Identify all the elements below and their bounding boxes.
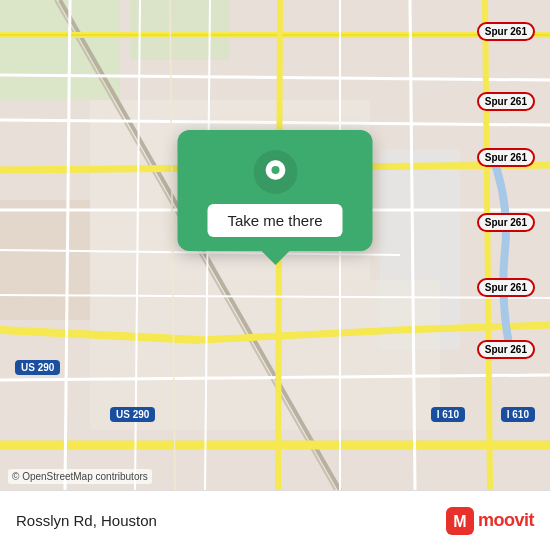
road-badge-spur261-3: Spur 261	[477, 148, 535, 167]
svg-rect-1	[0, 0, 120, 100]
road-badge-spur261-1: Spur 261	[477, 22, 535, 41]
road-badge-i610-1: I 610	[431, 407, 465, 422]
road-badge-us290-1: US 290	[15, 360, 60, 375]
road-badge-spur261-2: Spur 261	[477, 92, 535, 111]
location-pin-icon	[253, 150, 297, 194]
moovit-brand-text: moovit	[478, 510, 534, 531]
map-container: Spur 261 Spur 261 Spur 261 Spur 261 Spur…	[0, 0, 550, 490]
road-badge-spur261-5: Spur 261	[477, 278, 535, 297]
svg-point-32	[271, 166, 279, 174]
map-attribution: © OpenStreetMap contributors	[8, 469, 152, 484]
road-badge-i610-2: I 610	[501, 407, 535, 422]
take-me-there-button[interactable]: Take me there	[207, 204, 342, 237]
svg-line-18	[400, 325, 550, 330]
road-badge-spur261-4: Spur 261	[477, 213, 535, 232]
svg-text:M: M	[453, 513, 466, 530]
location-label: Rosslyn Rd, Houston	[16, 512, 157, 529]
svg-rect-3	[0, 200, 90, 320]
moovit-brand-icon: M	[446, 507, 474, 535]
popup-card: Take me there	[178, 130, 373, 251]
svg-rect-2	[130, 0, 230, 60]
road-badge-us290-2: US 290	[110, 407, 155, 422]
road-badge-spur261-6: Spur 261	[477, 340, 535, 359]
bottom-bar: Rosslyn Rd, Houston M moovit	[0, 490, 550, 550]
moovit-logo: M moovit	[446, 507, 534, 535]
